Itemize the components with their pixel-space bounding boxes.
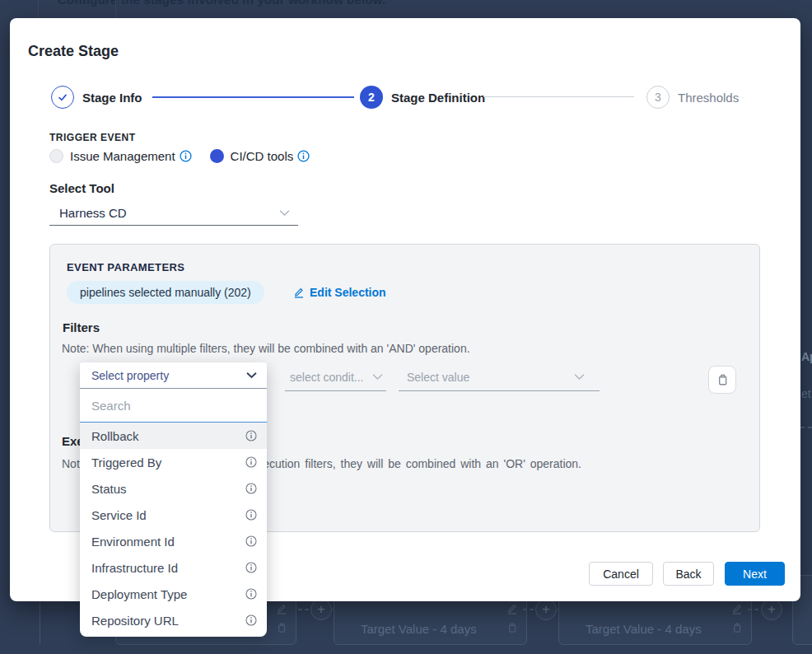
option-label: Infrastructure Id [91,561,178,575]
step-stage-info-indicator[interactable] [51,86,74,109]
chevron-down-icon [574,373,585,381]
dropdown-search [80,389,267,423]
back-button[interactable]: Back [663,562,714,586]
background-text-fragment: et [801,387,811,400]
background-connector [298,609,309,610]
option-label: Rollback [91,429,139,443]
property-select-popover: Select property Rollback Triggered By [80,362,267,637]
value-placeholder: Select value [407,371,469,384]
option-service-id[interactable]: Service Id [80,502,267,528]
chevron-down-icon [246,371,257,379]
step-thresholds-label[interactable]: Thresholds [678,91,739,105]
background-connector [523,609,534,610]
background-connector [800,427,812,428]
event-parameters-heading: EVENT PARAMETERS [67,261,184,273]
radio-label: CI/CD tools [231,149,294,163]
chevron-down-icon [279,209,290,217]
trash-icon [276,622,287,633]
option-repository-url[interactable]: Repository URL [80,607,267,633]
value-select[interactable]: Select value [399,363,600,391]
stepper-connector [152,96,354,98]
background-divider [38,0,39,18]
option-deployment-type[interactable]: Deployment Type [80,581,267,607]
background-card-title: Target Value - 4 days [361,622,477,636]
trash-icon [506,622,518,633]
add-stage-plus-icon [535,599,557,620]
chevron-down-icon [372,373,383,381]
tool-select-value: Harness CD [59,206,127,220]
option-label: Repository URL [91,614,179,628]
cancel-button[interactable]: Cancel [589,562,653,586]
step-stage-definition-label[interactable]: Stage Definition [391,91,485,105]
condition-placeholder: select condit... [290,371,364,384]
edit-icon [506,603,518,614]
step-number: 3 [655,91,661,104]
radio-selected[interactable] [210,149,224,163]
info-icon[interactable] [245,430,257,441]
info-icon[interactable] [245,588,257,600]
radio-option-issue-management[interactable]: Issue Management [49,149,192,163]
radio-option-cicd-tools[interactable]: CI/CD tools [210,149,310,163]
info-icon[interactable] [245,614,257,626]
add-stage-plus-icon [761,599,782,620]
background-card-actions [730,603,744,633]
background-text-fragment: Ap [801,350,812,363]
trash-icon [731,622,743,633]
option-label: Service Id [91,508,147,522]
option-environment-id[interactable]: Environment Id [80,528,267,554]
option-label: Environment Id [91,535,175,549]
radio-label: Issue Management [70,149,175,163]
option-label: Deployment Type [91,587,187,601]
filters-heading: Filters [63,320,100,334]
radio-unselected[interactable] [49,149,63,163]
filters-note: Note: When using multiple filters, they … [62,342,470,355]
edit-selection-link[interactable]: Edit Selection [293,286,386,299]
property-placeholder: Select property [91,369,169,382]
background-card-edge [40,602,40,644]
option-status[interactable]: Status [80,475,267,502]
info-icon[interactable] [245,562,257,573]
condition-select[interactable]: select condit... [285,363,386,391]
option-triggered-by[interactable]: Triggered By [80,449,267,475]
trigger-event-options: Issue Management CI/CD tools [49,147,310,164]
info-icon[interactable] [245,456,257,468]
step-thresholds-indicator[interactable]: 3 [646,86,670,109]
option-infrastructure-id[interactable]: Infrastructure Id [80,554,267,581]
property-select[interactable]: Select property [80,362,267,389]
info-icon[interactable] [245,483,257,494]
option-label: Status [91,482,127,496]
modal-title: Create Stage [28,43,119,60]
add-stage-plus-icon [310,599,332,620]
background-divider [115,0,116,18]
background-card-actions [275,603,288,633]
tool-select[interactable]: Harness CD [49,201,298,226]
edit-icon [293,287,305,298]
info-icon[interactable] [245,509,257,521]
background-card-actions [506,603,519,633]
step-stage-definition-indicator[interactable]: 2 [360,86,383,109]
property-options-list: Rollback Triggered By Status Service Id … [80,423,267,637]
step-number: 2 [368,91,375,104]
info-icon[interactable] [180,150,192,162]
info-icon[interactable] [297,150,310,162]
option-rollback[interactable]: Rollback [80,423,267,449]
edit-icon [276,603,287,614]
screen: Configure the stages involved in your wo… [0,0,812,654]
info-icon[interactable] [245,535,257,547]
edit-icon [731,603,743,614]
option-label: Triggered By [91,455,161,469]
step-stage-info-label[interactable]: Stage Info [82,91,142,105]
search-input[interactable] [80,390,267,421]
next-button[interactable]: Next [725,562,785,586]
stepper-connector [483,96,634,97]
delete-filter-button[interactable] [708,366,736,394]
create-stage-modal: Create Stage Stage Info 2 Stage Definiti… [10,18,800,601]
trash-icon [716,373,729,386]
select-tool-label: Select Tool [49,181,114,195]
check-icon [57,91,68,103]
selection-chip: pipelines selected manually (202) [67,281,264,304]
background-card-title: Target Value - 4 days [586,622,702,636]
background-connector [748,609,758,610]
background-page-heading: Configure the stages involved in your wo… [58,0,385,7]
trigger-event-label: TRIGGER EVENT [49,132,136,143]
